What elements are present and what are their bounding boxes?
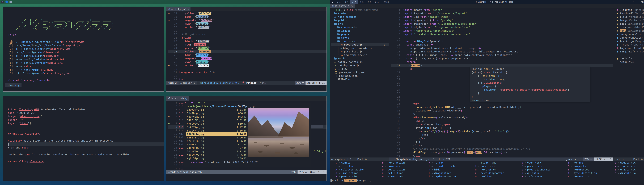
- file-row[interactable]: 30iNVBw.jpg3.11 M: [186, 150, 247, 153]
- whichkey-item[interactable]: D→declaration: [380, 168, 427, 171]
- explorer-node[interactable]: └ JS tag-template.js: [331, 53, 389, 57]
- whichkey-item[interactable]: p→prev diagnostic: [520, 168, 566, 171]
- whichkey-item[interactable]: N→next error: [474, 168, 520, 171]
- whichkey-item[interactable]: i→implementation: [427, 175, 474, 178]
- file-row[interactable]: 6QbF0pb.jpg4.14 M: [186, 132, 247, 136]
- startify-entry[interactable]: [8] ≡ ~/.local/bin/rofi-menu: [8, 68, 164, 71]
- symbol-entry[interactable]: ▪ image Variable:14: [617, 19, 644, 22]
- explorer-node[interactable]: {} package-lock.json: [331, 71, 389, 74]
- whichkey-item[interactable]: d→definition: [380, 171, 427, 175]
- whichkey-item[interactable]: P→prev error: [520, 165, 566, 168]
- file-row[interactable]: aghr5Ip.jpg249 K: [186, 157, 247, 160]
- discord-icon[interactable]: ☻: [1, 0, 4, 3]
- whichkey-item[interactable]: O→outline: [474, 175, 520, 178]
- launcher-icon[interactable]: ▲: [330, 1, 335, 3]
- symbol-entry[interactable]: ƒ BlogPost Function:10: [617, 8, 644, 12]
- file-row[interactable]: 07nEzQ3.jpg1.86 M: [186, 139, 247, 143]
- music-player-status[interactable]: ♫ America - A Horse with No Name: [476, 1, 513, 3]
- whichkey-item[interactable]: r→rename: [566, 161, 613, 165]
- file-row[interactable]: 3UwJhbg.jpg680 K: [186, 112, 247, 115]
- explorer-node[interactable]: │ pages: [331, 32, 389, 36]
- symbol-entry[interactable]: ◆ textAlign Property:25: [617, 39, 644, 43]
- symbol-entry[interactable]: ◆ backgroundColor Property:23: [617, 36, 644, 39]
- bluetooth-icon[interactable]: ᛒ: [6, 0, 8, 3]
- whichkey-item[interactable]: f→format selected: [427, 165, 474, 168]
- tab-aliases-zsh[interactable]: aliases.zsh >_: [166, 96, 189, 101]
- startify-entry[interactable]: [3] >_ ~/.config/zsh/aliases.zsh: [8, 51, 164, 54]
- whichkey-item[interactable]: t→type definition: [566, 171, 613, 175]
- symbol-entry[interactable]: ▪ next Variable:15: [617, 29, 644, 32]
- file-row[interactable]: 4bORVJa.jpg943 K: [186, 115, 247, 119]
- whichkey-item[interactable]: .→config: [334, 161, 380, 165]
- workspace-2[interactable]: 2 ▤: [342, 0, 350, 4]
- explorer-node[interactable]: │ # blog-post.module.le: [331, 46, 389, 50]
- symbol-entry[interactable]: ◆ __html Property:29: [617, 43, 644, 46]
- startify-entry[interactable]: [2] ⚙ ~/.config/alacritty/alacritty.yml: [8, 47, 164, 51]
- file-row[interactable]: 04PDl3F.jpg3.51 M: [186, 119, 247, 122]
- startify-entry[interactable]: [7] ⚙ ~/.zshrc: [8, 65, 164, 68]
- startify-entry[interactable]: [9] {} ~/.config/nvim/coc-settings.json: [8, 71, 164, 75]
- startify-entry[interactable]: [8, 37, 164, 40]
- startify-entry[interactable]: [4] ⚙ ~/.config/picom/picom.conf: [8, 54, 164, 58]
- alert-icon[interactable]: !: [14, 1, 15, 3]
- file-row[interactable]: 5oXQT7g.jpg1.22 M: [186, 126, 247, 129]
- whichkey-item[interactable]: F→format: [427, 161, 474, 165]
- startify-entry[interactable]: [6] ⚙ ~/.config/polybar/config.ini: [8, 61, 164, 65]
- whichkey-item[interactable]: B→prev action: [334, 175, 380, 178]
- whichkey-item[interactable]: n→next diagnostic: [474, 171, 520, 175]
- whichkey-item[interactable]: c→commands: [380, 165, 427, 168]
- explorer-node[interactable]: ↓ README.md: [331, 78, 389, 81]
- explorer-node[interactable]: │ images: [331, 29, 389, 32]
- startify-entry[interactable]: [8, 75, 164, 78]
- whichkey-item[interactable]: s→references: [566, 168, 613, 171]
- symbol-entry[interactable]: ▪ tags Variable:14: [617, 22, 644, 25]
- file-row[interactable]: 4Y6C0JV.jpg539 K: [186, 122, 247, 126]
- explorer-node[interactable]: ◈ LICENSE: [331, 67, 389, 71]
- display-icon[interactable]: [10, 1, 12, 3]
- explorer-node[interactable]: src: [331, 22, 389, 25]
- startify-entry[interactable]: [5] ⚙ ~/.config/polybar/modules.ini: [8, 58, 164, 61]
- whichkey-item[interactable]: j→float jump: [474, 161, 520, 165]
- symbol-entry[interactable]: [617, 53, 644, 57]
- whichkey-item[interactable]: S→snippets: [566, 165, 613, 168]
- volume-icon[interactable]: ◄): [636, 1, 638, 3]
- file-row[interactable]: 6iibVNY.jpg2.06 M: [186, 129, 247, 132]
- whichkey-item[interactable]: A→selected action: [334, 168, 380, 171]
- explorer-node[interactable]: │ JS blog-post.jsi: [331, 43, 389, 46]
- whichkey-item[interactable]: ;→refactor: [334, 165, 380, 168]
- file-row[interactable]: 9hMxcHr.jpg4.1 M: [186, 143, 247, 146]
- explorer-node[interactable]: content: [331, 12, 389, 15]
- symbol-entry[interactable]: ▣ Variable: [617, 57, 644, 60]
- file-row[interactable]: ad6v90y.jpg3.05 M: [186, 153, 247, 157]
- whichkey-item[interactable]: e→extensions: [380, 175, 427, 178]
- workspace-9[interactable]: 9 ●: [373, 0, 381, 4]
- symbol-entry[interactable]: ▪ title Variable:14: [617, 15, 644, 19]
- explorer-node[interactable]: JS gatsby-node.js: [331, 64, 389, 67]
- file-row[interactable]: 3JWY37f.jpg1.31 M: [186, 108, 247, 112]
- whichkey-item[interactable]: h→hide: [427, 168, 474, 171]
- startify-entry[interactable]: [1] JS ~/Repos/blog/src/templates/blog-p…: [8, 44, 164, 47]
- explorer-node[interactable]: │ components: [331, 25, 389, 29]
- explorer-node[interactable]: public: [331, 19, 389, 22]
- workspace-3[interactable]: 3 V: [350, 0, 358, 4]
- startify-entry[interactable]: Files: [8, 33, 164, 37]
- symbol-entry[interactable]: ◆ backgroundColor Property:19: [617, 32, 644, 36]
- whichkey-item[interactable]: o→open link: [520, 161, 566, 165]
- whichkey-item[interactable]: b→next action: [380, 161, 427, 165]
- symbol-entry[interactable]: ▪ thumbnail Variable:11: [617, 12, 644, 15]
- whichkey-item[interactable]: a→line action: [334, 171, 380, 175]
- whichkey-item[interactable]: l→code lens: [474, 165, 520, 168]
- whichkey-item[interactable]: I→diagnostics: [427, 171, 474, 175]
- whichkey-item[interactable]: v→tag viewer: [613, 165, 644, 168]
- explorer-node[interactable]: ▾ [FILE]: blog /home/chris/Rep: [331, 8, 389, 12]
- file-row[interactable]: 6zS17Sj.jpg4.96 M: [186, 136, 247, 139]
- whichkey-item[interactable]: U→update CoC: [613, 161, 644, 165]
- explorer-node[interactable]: │ JS post-list.js: [331, 50, 389, 53]
- explorer-node[interactable]: JS gatsby-config.js: [331, 60, 389, 64]
- startify-entry[interactable]: [0] ↓ ~/Repos/blog/content/Linux/06-alac…: [8, 40, 164, 44]
- workspace-1[interactable]: 1 ◉: [335, 0, 342, 4]
- explorer-node[interactable]: {} package.json: [331, 74, 389, 78]
- symbol-entry[interactable]: ◆ marginLeft Property:36: [617, 50, 644, 53]
- symbol-entry[interactable]: ƒ tags.map() callback Function:35: [617, 46, 644, 50]
- wifi-icon[interactable]: ◠: [633, 1, 634, 3]
